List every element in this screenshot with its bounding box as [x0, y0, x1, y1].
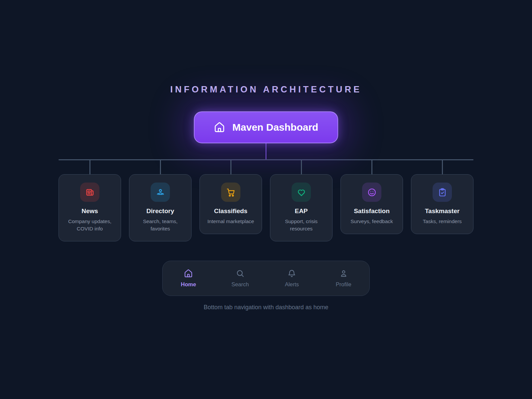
- tab-label: Profile: [336, 281, 351, 288]
- section-title: Satisfaction: [347, 207, 396, 215]
- section-icon-tile: [433, 183, 452, 202]
- tab-label: Home: [181, 281, 196, 288]
- tab-alerts[interactable]: Alerts: [266, 269, 318, 288]
- tab-profile[interactable]: Profile: [318, 269, 370, 288]
- user-icon: [339, 269, 348, 278]
- tab-label: Search: [231, 281, 249, 288]
- home-icon: [184, 269, 193, 278]
- search-icon: [236, 269, 245, 278]
- connector-drop: [411, 160, 473, 174]
- section-description: Search, teams, favorites: [136, 218, 185, 232]
- connector-drop: [340, 160, 403, 174]
- section-title: Directory: [136, 207, 185, 215]
- newspaper-icon: [85, 188, 95, 197]
- page-title: INFORMATION ARCHITECTURE: [0, 0, 532, 95]
- users-icon: [156, 188, 165, 197]
- root-connector-stem: [266, 143, 267, 159]
- bottom-tab-bar: Home Search Alerts Profile: [162, 261, 370, 296]
- section-card-satisfaction: Satisfaction Surveys, feedback: [340, 174, 403, 234]
- section-icon-tile: [362, 183, 381, 202]
- connector-drop: [270, 160, 332, 174]
- tab-search[interactable]: Search: [214, 269, 266, 288]
- section-title: Taskmaster: [418, 207, 466, 215]
- connector-drop: [200, 160, 262, 174]
- section-icon-tile: [151, 183, 170, 202]
- section-title: Classifieds: [206, 207, 255, 215]
- smile-icon: [367, 188, 377, 197]
- section-card-news: News Company updates, COVID info: [59, 174, 121, 241]
- section-card-taskmaster: Taskmaster Tasks, reminders: [411, 174, 473, 234]
- tab-label: Alerts: [285, 281, 299, 288]
- section-icon-tile: [292, 183, 311, 202]
- section-title: News: [66, 207, 114, 215]
- connector-drop: [129, 160, 192, 174]
- home-icon: [214, 122, 225, 133]
- section-description: Surveys, feedback: [347, 218, 396, 225]
- root-node-label: Maven Dashboard: [232, 122, 318, 133]
- root-node: Maven Dashboard: [194, 111, 338, 143]
- diagram-caption: Bottom tab navigation with dashboard as …: [0, 304, 532, 311]
- tree-connector: [59, 159, 473, 174]
- connector-drop: [59, 160, 121, 174]
- tree-root: Maven Dashboard: [0, 111, 532, 159]
- section-card-directory: Directory Search, teams, favorites: [129, 174, 192, 241]
- section-description: Internal marketplace: [206, 218, 255, 225]
- tab-home[interactable]: Home: [163, 269, 214, 288]
- heart-icon: [297, 188, 306, 197]
- section-card-classifieds: Classifieds Internal marketplace: [200, 174, 262, 234]
- connector-drops: [59, 160, 473, 174]
- section-icon-tile: [221, 183, 240, 202]
- section-card-eap: EAP Support, crisis resources: [270, 174, 332, 241]
- section-title: EAP: [277, 207, 326, 215]
- section-description: Support, crisis resources: [277, 218, 326, 232]
- section-description: Company updates, COVID info: [66, 218, 114, 232]
- bell-icon: [287, 269, 296, 278]
- section-icon-tile: [80, 183, 99, 202]
- section-description: Tasks, reminders: [418, 218, 466, 225]
- sections-row: News Company updates, COVID info Directo…: [59, 174, 473, 241]
- shopping-cart-icon: [226, 188, 236, 197]
- clipboard-check-icon: [438, 188, 447, 197]
